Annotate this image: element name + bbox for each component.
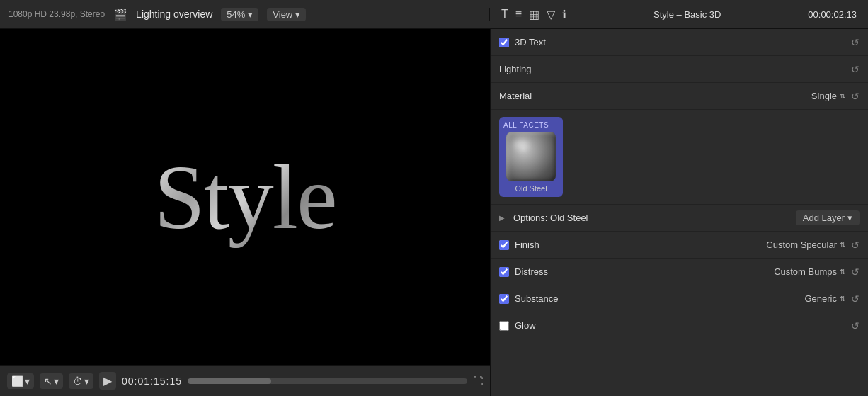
- 3d-text-reset-icon[interactable]: ↺: [851, 37, 860, 48]
- lighting-label: Lighting: [499, 64, 845, 74]
- video-preview: Style ⬜ ▾ ↖ ▾ ⏱ ▾ ▶ 00:01:15:15 ⛶: [0, 29, 490, 396]
- material-value-text: Single: [811, 91, 837, 101]
- zoom-value: 54%: [227, 9, 245, 20]
- material-row[interactable]: Material Single ⇅ ↺: [491, 83, 868, 110]
- substance-chevron-icon: ⇅: [840, 295, 845, 302]
- glow-checkbox[interactable]: [499, 321, 509, 331]
- distress-value: Custom Bumps ⇅: [774, 266, 845, 277]
- substance-checkbox[interactable]: [499, 294, 509, 304]
- preview-style-text: Style: [154, 144, 336, 250]
- facet-name-label: Old Steel: [515, 184, 547, 193]
- preview-title: Lighting overview: [136, 9, 212, 20]
- finish-chevron-icon: ⇅: [840, 241, 845, 249]
- substance-reset-icon[interactable]: ↺: [851, 293, 860, 305]
- grid-icon[interactable]: ▦: [529, 8, 539, 21]
- distress-value-text: Custom Bumps: [774, 266, 837, 277]
- finish-label: Finish: [515, 239, 766, 250]
- resolution-label: 1080p HD 23.98p, Stereo: [8, 9, 105, 19]
- view-chevron-icon: ▾: [295, 9, 300, 20]
- substance-value-text: Generic: [804, 293, 837, 304]
- distress-row[interactable]: Distress Custom Bumps ⇅ ↺: [491, 259, 868, 285]
- lines-icon[interactable]: ≡: [515, 8, 522, 21]
- distress-checkbox[interactable]: [499, 267, 509, 277]
- 3d-text-row[interactable]: 3D Text ↺: [491, 29, 868, 56]
- speed-button[interactable]: ⏱ ▾: [69, 373, 93, 389]
- inspector-toolbar: T ≡ ▦ ▽ ℹ Style – Basic 3D 00:00:02:13: [490, 8, 868, 21]
- arrow-icon: ↖: [44, 375, 52, 387]
- material-label: Material: [499, 91, 811, 101]
- finish-value-text: Custom Specular: [766, 239, 837, 250]
- arrow-chevron: ▾: [54, 375, 59, 387]
- substance-label: Substance: [515, 293, 804, 304]
- timeline-progress: [188, 378, 272, 384]
- add-layer-button[interactable]: Add Layer ▾: [796, 210, 860, 225]
- 3d-text-label: 3D Text: [515, 37, 845, 47]
- options-label: ▶ Options: Old Steel: [499, 213, 796, 223]
- substance-row[interactable]: Substance Generic ⇅ ↺: [491, 285, 868, 312]
- inspector-panel: 3D Text ↺ Lighting ↺ Material Single ⇅ ↺…: [490, 29, 868, 396]
- distress-reset-icon[interactable]: ↺: [851, 266, 860, 278]
- distress-chevron-icon: ⇅: [840, 268, 845, 276]
- play-icon: ▶: [103, 374, 112, 387]
- top-bar: 1080p HD 23.98p, Stereo 🎬 Lighting overv…: [0, 0, 868, 29]
- material-chevron-icon: ⇅: [840, 92, 845, 100]
- speed-icon: ⏱: [73, 375, 83, 387]
- view-label: View: [273, 9, 292, 20]
- header-timecode: 00:00:02:13: [808, 9, 857, 20]
- speed-chevron: ▾: [84, 375, 89, 387]
- crop-chevron: ▾: [25, 375, 30, 387]
- inspector-toolbar-icons: T ≡ ▦ ▽ ℹ: [501, 8, 566, 21]
- facets-area: ALL FACETS Old Steel: [491, 110, 868, 205]
- facet-old-steel-card[interactable]: ALL FACETS Old Steel: [499, 117, 563, 197]
- lighting-reset-icon[interactable]: ↺: [851, 64, 860, 75]
- video-canvas: Style: [0, 29, 490, 365]
- glow-row[interactable]: Glow ↺: [491, 312, 868, 339]
- options-expand-icon: ▶: [499, 214, 505, 222]
- finish-row[interactable]: Finish Custom Specular ⇅ ↺: [491, 232, 868, 259]
- clapper-icon: 🎬: [113, 8, 127, 21]
- material-value: Single ⇅: [811, 91, 845, 101]
- view-control[interactable]: View ▾: [267, 8, 306, 21]
- lighting-row[interactable]: Lighting ↺: [491, 56, 868, 83]
- options-row[interactable]: ▶ Options: Old Steel Add Layer ▾: [491, 205, 868, 232]
- video-controls: ⬜ ▾ ↖ ▾ ⏱ ▾ ▶ 00:01:15:15 ⛶: [0, 365, 490, 396]
- finish-value: Custom Specular ⇅: [766, 239, 845, 250]
- fullscreen-button[interactable]: ⛶: [473, 375, 483, 387]
- substance-value: Generic ⇅: [804, 293, 845, 304]
- facet-all-facets-label: ALL FACETS: [503, 121, 549, 129]
- zoom-chevron-icon: ▾: [248, 9, 253, 20]
- material-reset-icon[interactable]: ↺: [851, 91, 860, 102]
- style-name-label: Style – Basic 3D: [653, 9, 721, 20]
- finish-checkbox[interactable]: [499, 240, 509, 250]
- zoom-control[interactable]: 54% ▾: [221, 8, 258, 21]
- arrow-button[interactable]: ↖ ▾: [40, 373, 63, 389]
- glow-reset-icon[interactable]: ↺: [851, 320, 860, 332]
- filter-icon[interactable]: ▽: [547, 8, 555, 21]
- preview-toolbar: 1080p HD 23.98p, Stereo 🎬 Lighting overv…: [0, 8, 490, 21]
- play-button[interactable]: ▶: [99, 372, 116, 390]
- crop-icon: ⬜: [11, 375, 23, 387]
- 3d-text-checkbox[interactable]: [499, 38, 509, 47]
- options-label-text: Options: Old Steel: [513, 213, 588, 223]
- playback-timecode: 00:01:15:15: [122, 375, 182, 387]
- info-icon[interactable]: ℹ: [562, 8, 566, 21]
- text-format-icon[interactable]: T: [501, 8, 508, 21]
- glow-label: Glow: [515, 320, 845, 331]
- finish-reset-icon[interactable]: ↺: [851, 239, 860, 251]
- add-layer-label: Add Layer: [803, 213, 845, 223]
- timeline-bar[interactable]: [188, 378, 467, 384]
- main-content: Style ⬜ ▾ ↖ ▾ ⏱ ▾ ▶ 00:01:15:15 ⛶: [0, 29, 868, 396]
- add-layer-chevron-icon: ▾: [847, 213, 852, 223]
- crop-button[interactable]: ⬜ ▾: [7, 373, 34, 389]
- facet-thumbnail: [506, 132, 556, 181]
- distress-label: Distress: [515, 266, 774, 277]
